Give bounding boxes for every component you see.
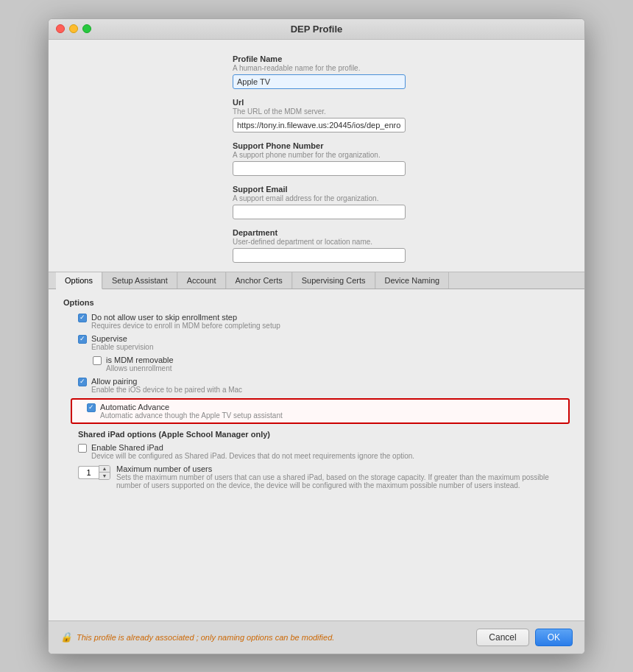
option-text-automatic-advance: Automatic Advance Automatic advance thou…: [100, 403, 562, 420]
url-input[interactable]: [233, 118, 406, 132]
option-row-skip-enrollment: Do not allow user to skip enrollment ste…: [63, 313, 570, 330]
warning-message: This profile is already associated ; onl…: [77, 633, 334, 642]
stepper-down[interactable]: ▼: [99, 473, 110, 479]
cancel-button[interactable]: Cancel: [476, 629, 528, 646]
option-name-supervise: Supervise: [91, 334, 570, 343]
option-row-supervise: Supervise Enable supervision: [63, 334, 570, 351]
option-name-enable-shared-ipad: Enable Shared iPad: [91, 443, 570, 452]
form-section: Profile Name A human-readable name for t…: [233, 54, 570, 263]
tab-setup-assistant[interactable]: Setup Assistant: [102, 272, 177, 289]
titlebar: DEP Profile: [49, 19, 584, 40]
options-panel: Options Do not allow user to skip enroll…: [49, 289, 584, 503]
options-title: Options: [63, 298, 570, 307]
checkbox-supervise[interactable]: [78, 335, 87, 344]
option-text-supervise: Supervise Enable supervision: [91, 334, 570, 351]
checkbox-mdm-removable[interactable]: [93, 356, 102, 365]
close-button[interactable]: [56, 24, 65, 33]
department-label: Department: [233, 228, 570, 237]
option-row-allow-pairing: Allow pairing Enable the iOS device to b…: [63, 377, 570, 394]
stepper-arrows[interactable]: ▲ ▼: [99, 465, 110, 480]
support-phone-label: Support Phone Number: [233, 141, 570, 150]
option-desc-max-users: Sets the maximum number of users that ca…: [116, 473, 570, 489]
checkbox-allow-pairing[interactable]: [78, 378, 87, 386]
profile-name-hint: A human-readable name for the profile.: [233, 64, 570, 72]
lock-icon: 🔒: [60, 632, 72, 643]
max-users-stepper[interactable]: ▲ ▼: [78, 465, 110, 480]
option-text-max-users: Maximum number of users Sets the maximum…: [116, 464, 570, 489]
tab-anchor-certs[interactable]: Anchor Certs: [226, 272, 292, 289]
minimize-button[interactable]: [69, 24, 78, 33]
bottom-bar: 🔒 This profile is already associated ; o…: [49, 620, 584, 654]
option-desc-skip-enrollment: Requires device to enroll in MDM before …: [91, 322, 570, 330]
profile-name-group: Profile Name A human-readable name for t…: [233, 54, 570, 89]
checkbox-enable-shared-ipad[interactable]: [78, 444, 87, 453]
max-users-input[interactable]: [78, 466, 99, 479]
support-phone-group: Support Phone Number A support phone num…: [233, 141, 570, 176]
option-row-automatic-advance: Automatic Advance Automatic advance thou…: [71, 398, 570, 424]
option-name-mdm-removable: is MDM removable: [106, 356, 570, 364]
option-row-mdm-removable: is MDM removable Allows unenrollment: [63, 356, 570, 372]
dep-profile-window: DEP Profile Profile Name A human-readabl…: [48, 18, 585, 654]
support-email-group: Support Email A support email address fo…: [233, 185, 570, 219]
option-name-allow-pairing: Allow pairing: [91, 377, 570, 386]
department-group: Department User-defined department or lo…: [233, 228, 570, 263]
checkbox-automatic-advance[interactable]: [87, 403, 96, 412]
option-row-enable-shared-ipad: Enable Shared iPad Device will be config…: [63, 443, 570, 460]
tabs-bar: Options Setup Assistant Account Anchor C…: [49, 272, 584, 289]
option-desc-mdm-removable: Allows unenrollment: [106, 364, 570, 372]
option-desc-automatic-advance: Automatic advance though the Apple TV se…: [100, 411, 562, 420]
support-email-input[interactable]: [233, 205, 406, 219]
url-label: Url: [233, 98, 570, 107]
stepper-up[interactable]: ▲: [99, 466, 110, 473]
option-name-skip-enrollment: Do not allow user to skip enrollment ste…: [91, 313, 570, 322]
max-users-row: ▲ ▼ Maximum number of users Sets the max…: [63, 464, 570, 489]
option-text-enable-shared-ipad: Enable Shared iPad Device will be config…: [91, 443, 570, 460]
option-text-mdm-removable: is MDM removable Allows unenrollment: [106, 356, 570, 372]
profile-name-label: Profile Name: [233, 54, 570, 63]
support-email-hint: A support email address for the organiza…: [233, 194, 570, 202]
shared-ipad-section: Shared iPad options (Apple School Manage…: [63, 430, 570, 489]
checkbox-skip-enrollment[interactable]: [78, 314, 87, 322]
option-name-automatic-advance: Automatic Advance: [100, 403, 562, 411]
url-group: Url The URL of the MDM server.: [233, 98, 570, 132]
tab-account[interactable]: Account: [177, 272, 226, 289]
support-phone-input[interactable]: [233, 161, 406, 176]
support-email-label: Support Email: [233, 185, 570, 194]
tab-device-naming[interactable]: Device Naming: [375, 272, 450, 289]
department-input[interactable]: [233, 248, 406, 263]
traffic-lights: [56, 24, 91, 33]
option-desc-supervise: Enable supervision: [91, 343, 570, 351]
warning-area: 🔒 This profile is already associated ; o…: [60, 632, 334, 643]
shared-ipad-title: Shared iPad options (Apple School Manage…: [63, 430, 570, 439]
support-phone-hint: A support phone number for the organizat…: [233, 151, 570, 159]
button-group: Cancel OK: [476, 629, 573, 646]
ok-button[interactable]: OK: [535, 629, 573, 646]
window-title: DEP Profile: [291, 24, 343, 35]
option-text-allow-pairing: Allow pairing Enable the iOS device to b…: [91, 377, 570, 394]
spacer-panel: [49, 503, 584, 620]
department-hint: User-defined department or location name…: [233, 238, 570, 246]
option-name-max-users: Maximum number of users: [116, 464, 570, 473]
tab-options[interactable]: Options: [56, 272, 102, 289]
maximize-button[interactable]: [82, 24, 91, 33]
main-content: Profile Name A human-readable name for t…: [49, 40, 584, 263]
option-desc-enable-shared-ipad: Device will be configured as Shared iPad…: [91, 452, 570, 460]
profile-name-input[interactable]: [233, 74, 406, 89]
tab-supervising-certs[interactable]: Supervising Certs: [292, 272, 375, 289]
option-text-skip-enrollment: Do not allow user to skip enrollment ste…: [91, 313, 570, 330]
url-hint: The URL of the MDM server.: [233, 107, 570, 116]
option-desc-allow-pairing: Enable the iOS device to be paired with …: [91, 386, 570, 394]
